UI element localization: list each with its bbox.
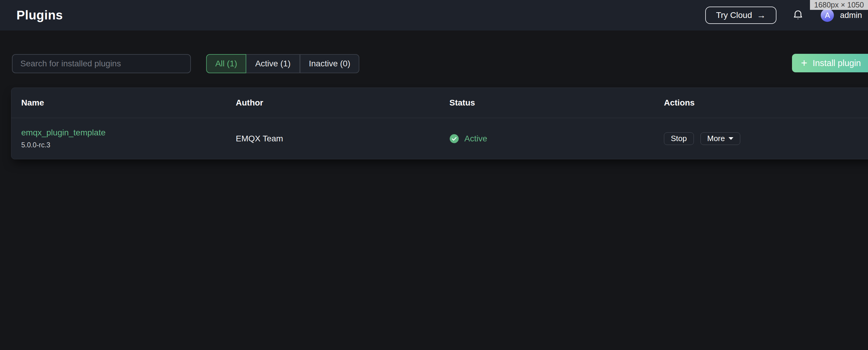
table-row: emqx_plugin_template 5.0.0-rc.3 EMQX Tea… (11, 118, 868, 159)
viewport-size-badge: 1680px × 1050 (810, 0, 868, 10)
install-plugin-button[interactable]: + Install plugin (792, 54, 868, 72)
app-header: Plugins Try Cloud → A admin (0, 0, 868, 31)
arrow-right-icon: → (757, 11, 766, 20)
column-header-status: Status (439, 88, 654, 118)
status-badge: Active (450, 134, 487, 143)
more-button[interactable]: More (701, 132, 740, 145)
tab-active[interactable]: Active (1) (246, 54, 300, 73)
stop-button[interactable]: Stop (664, 132, 694, 145)
more-label: More (707, 134, 725, 143)
tab-all[interactable]: All (1) (206, 54, 246, 73)
try-cloud-button[interactable]: Try Cloud → (705, 7, 776, 24)
plugins-table: Name Author Status Actions emqx_plugin_t… (11, 88, 868, 159)
install-plugin-label: Install plugin (813, 58, 861, 68)
plugin-author: EMQX Team (236, 134, 283, 143)
plugin-filter-tabs: All (1) Active (1) Inactive (0) (206, 54, 359, 73)
plus-icon: + (801, 58, 807, 68)
try-cloud-label: Try Cloud (716, 10, 752, 20)
plugin-author-cell: EMQX Team (226, 118, 439, 159)
plugin-name-link[interactable]: emqx_plugin_template (21, 128, 105, 138)
plugin-version: 5.0.0-rc.3 (21, 141, 50, 149)
status-label: Active (464, 134, 487, 143)
username-menu[interactable]: admin (840, 11, 862, 20)
notifications-button[interactable] (792, 9, 805, 22)
page-title: Plugins (17, 8, 63, 23)
avatar-initial: A (825, 11, 830, 20)
column-header-author: Author (226, 88, 439, 118)
actions-group: Stop More (664, 132, 740, 145)
plugin-actions-cell: Stop More (654, 118, 868, 159)
check-circle-icon (450, 134, 459, 143)
column-header-name: Name (11, 88, 226, 118)
plugin-name-cell: emqx_plugin_template 5.0.0-rc.3 (11, 118, 226, 159)
avatar[interactable]: A (821, 9, 834, 22)
plugins-page: Plugins Try Cloud → A admin 1680px × 105… (0, 0, 868, 350)
bell-icon (792, 9, 804, 21)
tab-inactive[interactable]: Inactive (0) (300, 54, 359, 73)
column-header-actions: Actions (654, 88, 868, 118)
search-input[interactable] (12, 54, 191, 73)
chevron-down-icon (728, 137, 733, 140)
plugin-status-cell: Active (439, 118, 654, 159)
table-header-row: Name Author Status Actions (11, 88, 868, 118)
